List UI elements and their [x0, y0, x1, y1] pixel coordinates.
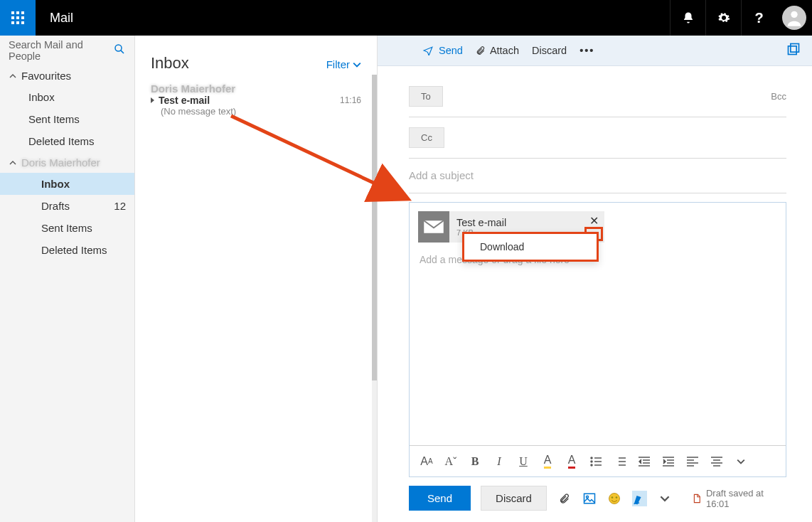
bullet-list-button[interactable]	[589, 454, 603, 469]
align-center-button[interactable]	[710, 454, 724, 469]
search-icon	[113, 43, 126, 58]
search-placeholder: Search Mail and People	[9, 39, 109, 62]
footer-emoji-button[interactable]	[607, 491, 622, 506]
app-launcher[interactable]	[0, 0, 36, 36]
document-icon	[692, 493, 702, 504]
footer-more-button[interactable]	[657, 491, 672, 506]
footer-attach-button[interactable]	[557, 491, 572, 506]
to-row[interactable]: To Bcc	[409, 76, 786, 117]
scrollbar-thumb[interactable]	[372, 75, 377, 380]
subject-input[interactable]	[409, 169, 786, 181]
account-section[interactable]: Doris Maierhofer	[0, 152, 134, 173]
to-button[interactable]: To	[409, 86, 443, 107]
paperclip-icon	[476, 45, 486, 56]
outdent-icon	[639, 457, 650, 467]
ellipsis-icon: •••	[579, 45, 594, 56]
compose-toolbar: Send Attach Discard •••	[378, 36, 812, 66]
toolbar-more-button[interactable]: •••	[579, 45, 594, 56]
toolbar-discard-button[interactable]: Discard	[532, 45, 567, 56]
send-icon	[422, 46, 434, 55]
settings-button[interactable]	[705, 0, 741, 36]
cc-button[interactable]: Cc	[409, 127, 444, 148]
help-button[interactable]: ?	[741, 0, 776, 36]
sidebar-item-deleted[interactable]: Deleted Items	[0, 239, 134, 261]
highlight-button[interactable]: A	[540, 454, 555, 469]
message-preview: (No message text)	[151, 106, 361, 117]
footer-signature-button[interactable]	[632, 491, 647, 506]
search-input[interactable]: Search Mail and People	[0, 36, 134, 65]
toolbar-send-button[interactable]: Send	[422, 45, 463, 56]
favourites-section[interactable]: Favourites	[0, 65, 134, 86]
app-header: Mail ?	[0, 0, 812, 36]
font-color-button[interactable]: A	[565, 454, 579, 469]
sidebar-item-fav-sent[interactable]: Sent Items	[0, 108, 134, 130]
filter-button[interactable]: Filter	[326, 58, 361, 70]
notifications-button[interactable]	[670, 0, 705, 36]
account-label: Doris Maierhofer	[21, 156, 100, 169]
toolbar-attach-button[interactable]: Attach	[476, 45, 519, 56]
align-left-button[interactable]	[685, 454, 700, 469]
bcc-link[interactable]: Bcc	[771, 91, 786, 102]
scrollbar[interactable]	[372, 75, 377, 522]
discard-button[interactable]: Discard	[481, 486, 547, 511]
emoji-icon	[608, 492, 621, 505]
svg-point-31	[586, 496, 588, 498]
message-subject: Test e-mail	[159, 95, 336, 106]
list-title: Inbox	[151, 54, 326, 73]
compose-footer: Send Discard	[409, 477, 786, 522]
sidebar-item-fav-inbox[interactable]: Inbox	[0, 86, 134, 108]
filter-label: Filter	[326, 58, 350, 70]
italic-button[interactable]: I	[492, 454, 506, 469]
font-size-button[interactable]: AA	[420, 454, 434, 469]
sidebar-item-inbox[interactable]: Inbox	[0, 173, 134, 195]
footer-image-button[interactable]	[582, 491, 597, 506]
sidebar-item-sent[interactable]: Sent Items	[0, 217, 134, 239]
svg-rect-4	[789, 46, 797, 55]
chevron-down-icon	[353, 60, 361, 69]
align-center-icon	[711, 457, 722, 467]
close-icon: ✕	[589, 214, 599, 228]
attachment-name: Test e-mail	[456, 217, 604, 228]
svg-point-9	[591, 464, 592, 466]
cc-row[interactable]: Cc	[409, 117, 786, 159]
bold-button[interactable]: B	[468, 454, 482, 469]
svg-point-32	[609, 493, 620, 504]
number-list-icon	[614, 457, 626, 467]
indent-button[interactable]	[661, 454, 675, 469]
outdent-button[interactable]	[637, 454, 651, 469]
underline-button[interactable]: U	[516, 454, 530, 469]
editor-placeholder[interactable]: Add a message or drag a file here	[410, 243, 786, 445]
popout-icon	[786, 42, 801, 56]
number-list-button[interactable]	[613, 454, 627, 469]
profile-button[interactable]	[776, 0, 812, 36]
compose-pane: Send Attach Discard ••• To Bcc C	[377, 36, 812, 522]
align-left-icon	[687, 457, 698, 467]
attachment-remove-button[interactable]: ✕	[584, 213, 603, 228]
svg-point-5	[591, 457, 592, 459]
bullet-list-icon	[590, 457, 602, 467]
font-style-button[interactable]: Aˇ	[444, 454, 458, 469]
attachment-download-item[interactable]: Download	[464, 234, 597, 260]
message-list: Inbox Filter Doris Maierhofer Test e-mai…	[135, 36, 377, 522]
mail-icon	[418, 211, 449, 243]
message-sender: Doris Maierhofer	[151, 82, 361, 95]
svg-line-2	[121, 50, 124, 53]
sidebar-item-drafts[interactable]: Drafts 12	[0, 195, 134, 217]
format-toolbar: AA Aˇ B I U A A	[410, 445, 786, 476]
paperclip-icon	[559, 492, 570, 505]
message-time: 11:16	[340, 95, 361, 105]
chevron-down-icon	[737, 457, 745, 466]
format-more-button[interactable]	[734, 454, 748, 469]
svg-point-0	[791, 11, 797, 18]
send-button[interactable]: Send	[409, 486, 471, 511]
indent-icon	[663, 457, 674, 467]
popout-button[interactable]	[786, 42, 801, 59]
chevron-up-icon	[9, 159, 17, 167]
message-item[interactable]: Doris Maierhofer Test e-mail 11:16 (No m…	[135, 80, 377, 119]
svg-point-1	[115, 45, 122, 51]
svg-point-7	[591, 461, 592, 462]
sidebar-item-fav-deleted[interactable]: Deleted Items	[0, 130, 134, 152]
svg-rect-3	[791, 44, 799, 53]
gear-icon	[717, 11, 730, 24]
svg-point-33	[611, 496, 613, 498]
